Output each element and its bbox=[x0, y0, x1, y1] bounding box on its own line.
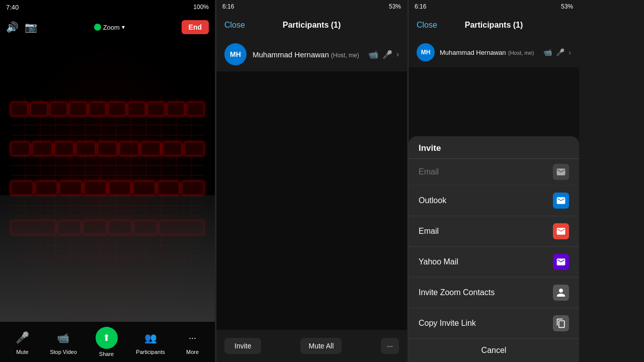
phone3-status-icons: 53% bbox=[561, 3, 573, 10]
phone1-top-bar: 🔊 📷 Zoom ▾ End bbox=[0, 14, 215, 40]
invite-sheet-header: Invite bbox=[409, 136, 579, 159]
phone3-mic-icon: 🎤 bbox=[556, 48, 565, 56]
phone2-frame: 6:16 53% Close Participants (1) MH Muham… bbox=[216, 0, 407, 362]
zoom-indicator: Zoom ▾ bbox=[94, 24, 125, 31]
end-button[interactable]: End bbox=[182, 20, 209, 34]
phone3-video-icon: 📹 bbox=[543, 48, 552, 56]
keyboard-background bbox=[0, 40, 215, 322]
share-icon-circle: ⬆ bbox=[96, 327, 118, 349]
phone2-participant-info: Muhammad Hernawan(Host, me) bbox=[253, 50, 362, 59]
invite-item-yahoo-label: Yahoo Mail bbox=[419, 257, 458, 266]
phone2-status-icons: 53% bbox=[389, 3, 401, 10]
phone2-time: 6:16 bbox=[222, 3, 234, 10]
phone2-header: Close Participants (1) bbox=[216, 13, 407, 37]
phone2-content-area bbox=[216, 71, 407, 330]
zoom-contacts-icon bbox=[553, 285, 569, 301]
phone3-header: Close Participants (1) bbox=[409, 13, 579, 37]
phone3-participant-info: Muhammad Hernawan (Host, me) bbox=[440, 48, 538, 57]
more-button[interactable]: ··· More bbox=[184, 329, 202, 355]
zoom-status-dot bbox=[94, 24, 101, 31]
outlook-icon bbox=[553, 193, 569, 209]
share-label: Share bbox=[99, 351, 114, 357]
phone1-video-area bbox=[0, 40, 215, 322]
phone2-battery: 53% bbox=[389, 3, 401, 10]
stop-video-label: Stop Video bbox=[50, 349, 77, 355]
video-icon: 📹 bbox=[54, 329, 72, 347]
email-partial-icon bbox=[553, 164, 569, 180]
copy-invite-link-label: Copy Invite Link bbox=[419, 319, 476, 328]
mic-icon: 🎤 bbox=[13, 329, 31, 347]
stop-video-button[interactable]: 📹 Stop Video bbox=[50, 329, 77, 355]
phone2-mute-all-button[interactable]: Mute All bbox=[300, 338, 342, 354]
mute-button[interactable]: 🎤 Mute bbox=[13, 329, 31, 355]
participants-button[interactable]: 👥 Participants bbox=[136, 329, 165, 355]
share-button[interactable]: ⬆ Share bbox=[96, 327, 118, 357]
phone3-participants-title: Participants (1) bbox=[465, 21, 523, 30]
invite-item-zoom-contacts[interactable]: Invite Zoom Contacts bbox=[409, 278, 579, 308]
phone2-participant-icons: 📹 🎤 › bbox=[368, 50, 399, 59]
invite-item-email-partial-label: Email bbox=[419, 167, 439, 176]
copy-link-icon bbox=[553, 315, 569, 331]
participants-icon: 👥 bbox=[141, 329, 159, 347]
invite-sheet: Invite Email Outlook Email Yahoo Mail bbox=[409, 136, 579, 362]
cancel-button[interactable]: Cancel bbox=[481, 346, 507, 354]
speaker-icon[interactable]: 🔊 bbox=[6, 21, 19, 33]
invite-item-copy-link[interactable]: Copy Invite Link bbox=[409, 308, 579, 339]
phone1-frame: 7:40 100% 🔊 📷 Zoom ▾ End bbox=[0, 0, 215, 362]
phone2-invite-button[interactable]: Invite bbox=[224, 338, 261, 354]
invite-item-email-label: Email bbox=[419, 227, 439, 236]
invite-zoom-contacts-label: Invite Zoom Contacts bbox=[419, 288, 495, 297]
laptop-body bbox=[0, 195, 215, 322]
phone2-status-bar: 6:16 53% bbox=[216, 0, 407, 13]
phone3-avatar: MH bbox=[417, 43, 435, 61]
phone2-close-button[interactable]: Close bbox=[224, 21, 245, 30]
phone2-participants-title: Participants (1) bbox=[283, 21, 341, 30]
phone1-status-icons: 100% bbox=[193, 4, 209, 11]
phone2-avatar: MH bbox=[224, 43, 247, 65]
phone3-participant-tag: (Host, me) bbox=[508, 50, 534, 56]
invite-item-email-partial: Email bbox=[409, 159, 579, 186]
zoom-label: Zoom bbox=[103, 24, 120, 31]
phone3-close-button[interactable]: Close bbox=[417, 21, 437, 30]
gmail-icon bbox=[553, 223, 569, 239]
invite-item-email[interactable]: Email bbox=[409, 216, 579, 247]
phone1-time: 7:40 bbox=[6, 4, 19, 11]
participants-label: Participants bbox=[136, 349, 165, 355]
share-icon: ⬆ bbox=[103, 332, 110, 343]
phone3-battery: 53% bbox=[561, 3, 573, 10]
mute-label: Mute bbox=[16, 349, 28, 355]
phone3-frame: 6:16 53% Close Participants (1) MH Muham… bbox=[408, 0, 579, 362]
yahoo-icon bbox=[553, 254, 569, 270]
phone1-status-bar: 7:40 100% bbox=[0, 0, 215, 14]
phone2-chevron-icon: › bbox=[396, 50, 399, 59]
more-icon: ··· bbox=[184, 329, 202, 347]
phone1-bottom-bar: 🎤 Mute 📹 Stop Video ⬆ Share 👥 Participan… bbox=[0, 322, 215, 362]
phone3-time: 6:16 bbox=[415, 3, 426, 10]
cancel-row[interactable]: Cancel bbox=[409, 339, 579, 362]
phone3-chevron-icon: › bbox=[569, 48, 571, 56]
more-label: More bbox=[186, 349, 199, 355]
phone2-more-button[interactable]: ··· bbox=[381, 338, 399, 354]
phone1-battery: 100% bbox=[193, 4, 209, 11]
phone2-mic-icon: 🎤 bbox=[382, 50, 392, 59]
invite-sheet-title: Invite bbox=[419, 143, 441, 153]
phone2-video-icon: 📹 bbox=[368, 50, 378, 59]
invite-item-outlook-label: Outlook bbox=[419, 196, 446, 205]
zoom-chevron-icon: ▾ bbox=[122, 24, 125, 31]
phone2-participant-row: MH Muhammad Hernawan(Host, me) 📹 🎤 › bbox=[216, 37, 407, 71]
phone2-footer: Invite Mute All ··· bbox=[216, 330, 407, 362]
phone3-status-bar: 6:16 53% bbox=[409, 0, 579, 13]
phone3-participant-row: MH Muhammad Hernawan (Host, me) 📹 🎤 › bbox=[409, 37, 579, 67]
camera-flip-icon[interactable]: 📷 bbox=[25, 21, 37, 33]
invite-item-yahoo[interactable]: Yahoo Mail bbox=[409, 247, 579, 278]
invite-item-outlook[interactable]: Outlook bbox=[409, 186, 579, 216]
phone3-participant-icons: 📹 🎤 › bbox=[543, 48, 571, 56]
phone3-participant-name: Muhammad Hernawan bbox=[440, 49, 506, 56]
